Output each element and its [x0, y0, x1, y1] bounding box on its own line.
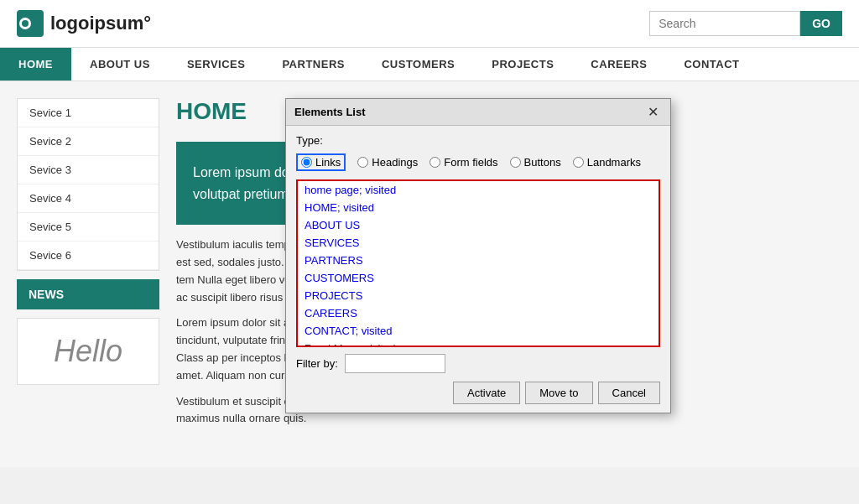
nav-item-projects[interactable]: PROJECTS	[473, 48, 572, 81]
list-item[interactable]: PARTNERS	[298, 252, 659, 269]
radio-buttons[interactable]	[510, 157, 521, 168]
nav-item-services[interactable]: SERVICES	[169, 48, 264, 81]
sidebar-service-link[interactable]: Sevice 3	[18, 156, 159, 184]
radio-formfields[interactable]	[430, 157, 440, 168]
sidebar-service-item[interactable]: Sevice 2	[18, 127, 159, 156]
sidebar-service-item[interactable]: Sevice 1	[18, 99, 159, 127]
elements-list-dialog: Elements List ✕ Type: Links Headings	[285, 98, 671, 413]
list-item[interactable]: ABOUT US	[298, 216, 659, 234]
radio-formfields-label: Form fields	[444, 156, 497, 169]
radio-headings-label: Headings	[372, 156, 418, 169]
radio-headings[interactable]	[357, 157, 368, 168]
list-item[interactable]: PROJECTS	[298, 287, 659, 304]
list-item[interactable]: CUSTOMERS	[298, 269, 659, 287]
radio-headings-option[interactable]: Headings	[357, 156, 418, 169]
nav-item-careers[interactable]: CAREERS	[572, 48, 665, 81]
list-item[interactable]: Read More; visited	[298, 340, 659, 347]
dialog-type-label: Type:	[296, 134, 660, 147]
nav-item-contact[interactable]: CONTACT	[665, 48, 757, 81]
nav-item-partners[interactable]: PARTNERS	[263, 48, 363, 81]
nav-link[interactable]: CUSTOMERS	[363, 48, 473, 81]
radio-landmarks-label: Landmarks	[587, 156, 641, 169]
main-nav: HOMEABOUT USSERVICESPARTNERSCUSTOMERSPRO…	[0, 48, 859, 81]
activate-button[interactable]: Activate	[453, 382, 520, 404]
sidebar-services: Sevice 1Sevice 2Sevice 3Sevice 4Sevice 5…	[17, 98, 159, 271]
sidebar-hello: Hello	[17, 318, 159, 385]
sidebar-service-item[interactable]: Sevice 6	[18, 242, 159, 270]
filter-row: Filter by:	[296, 354, 660, 373]
filter-input[interactable]	[345, 354, 445, 373]
dialog-title: Elements List	[294, 106, 366, 118]
radio-links[interactable]	[301, 157, 312, 168]
search-input[interactable]	[649, 11, 800, 36]
header: logoipsum° GO	[0, 0, 859, 48]
radio-formfields-option[interactable]: Form fields	[430, 156, 497, 169]
sidebar-service-link[interactable]: Sevice 5	[18, 213, 159, 242]
nav-item-home[interactable]: HOME	[0, 48, 71, 81]
nav-link[interactable]: CAREERS	[572, 48, 665, 81]
move-to-button[interactable]: Move to	[525, 382, 592, 404]
sidebar-service-item[interactable]: Sevice 4	[18, 184, 159, 213]
svg-point-2	[22, 20, 29, 27]
radio-landmarks-option[interactable]: Landmarks	[573, 156, 641, 169]
sidebar-hello-text: Hello	[54, 334, 122, 369]
sidebar: Sevice 1Sevice 2Sevice 3Sevice 4Sevice 5…	[0, 81, 159, 467]
nav-item-customers[interactable]: CUSTOMERS	[363, 48, 473, 81]
logo-area: logoipsum°	[17, 10, 151, 37]
nav-item-about-us[interactable]: ABOUT US	[71, 48, 169, 81]
page-content: Sevice 1Sevice 2Sevice 3Sevice 4Sevice 5…	[0, 81, 859, 467]
dialog-close-button[interactable]: ✕	[644, 104, 662, 120]
nav-link[interactable]: PROJECTS	[473, 48, 572, 81]
list-item[interactable]: home page; visited	[298, 181, 659, 199]
sidebar-service-link[interactable]: Sevice 6	[18, 242, 159, 270]
radio-buttons-option[interactable]: Buttons	[510, 156, 561, 169]
dialog-buttons: Activate Move to Cancel	[296, 382, 660, 404]
radio-buttons-label: Buttons	[524, 156, 561, 169]
cancel-button[interactable]: Cancel	[598, 382, 660, 404]
nav-link[interactable]: SERVICES	[169, 48, 264, 81]
sidebar-service-link[interactable]: Sevice 1	[18, 99, 159, 127]
nav-link[interactable]: PARTNERS	[263, 48, 363, 81]
sidebar-service-item[interactable]: Sevice 5	[18, 213, 159, 242]
list-item[interactable]: CAREERS	[298, 304, 659, 322]
sidebar-service-link[interactable]: Sevice 4	[18, 184, 159, 213]
dialog-radio-group: Links Headings Form fields Buttons	[296, 153, 660, 171]
radio-links-option[interactable]: Links	[296, 153, 346, 171]
list-item[interactable]: HOME; visited	[298, 199, 659, 216]
nav-link[interactable]: HOME	[0, 48, 71, 81]
search-button[interactable]: GO	[800, 11, 842, 36]
sidebar-news: NEWS	[17, 279, 159, 309]
radio-links-label: Links	[315, 156, 341, 169]
elements-listbox[interactable]: home page; visitedHOME; visitedABOUT USS…	[296, 179, 660, 347]
list-item[interactable]: CONTACT; visited	[298, 322, 659, 340]
nav-link[interactable]: CONTACT	[665, 48, 757, 81]
search-area: GO	[649, 11, 842, 36]
nav-link[interactable]: ABOUT US	[71, 48, 169, 81]
dialog-body: Type: Links Headings Form fields	[286, 126, 670, 413]
sidebar-service-link[interactable]: Sevice 2	[18, 127, 159, 156]
sidebar-service-item[interactable]: Sevice 3	[18, 156, 159, 184]
logo-icon	[17, 10, 44, 37]
logo-text: logoipsum°	[50, 13, 151, 34]
radio-landmarks[interactable]	[573, 157, 584, 168]
list-item[interactable]: SERVICES	[298, 234, 659, 252]
dialog-titlebar: Elements List ✕	[286, 99, 670, 126]
filter-label: Filter by:	[296, 357, 338, 370]
